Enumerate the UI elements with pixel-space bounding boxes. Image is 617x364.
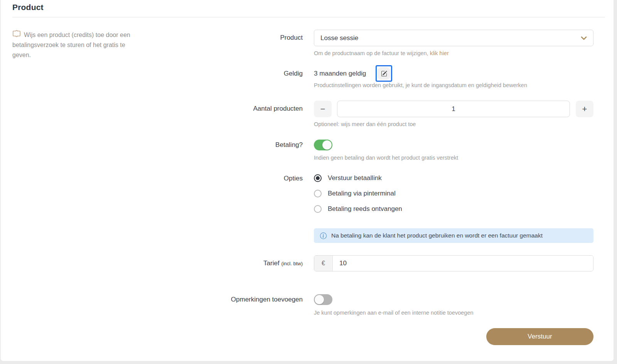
betaling-label: Betaling?: [1, 141, 303, 149]
tarief-label: Tarief (incl. btw): [1, 260, 303, 267]
chevron-down-icon: [581, 36, 587, 40]
radio-icon: [314, 190, 322, 197]
radio-betaling-pinterminal[interactable]: Betaling via pinterminal: [314, 190, 396, 197]
quantity-plus-button[interactable]: +: [576, 101, 593, 117]
toggle-knob: [315, 295, 324, 304]
product-panel: Product Wijs een product (credits) toe d…: [1, 0, 614, 361]
geldig-helper: Productinstellingen worden gebruikt, je …: [314, 82, 527, 88]
opmerkingen-label: Opmerkingen toevoegen: [1, 296, 303, 303]
tarief-label-suffix: (incl. btw): [281, 261, 303, 266]
edit-geldig-button[interactable]: [378, 67, 390, 80]
info-banner-text: Na betaling kan de klant het product geb…: [331, 232, 543, 239]
product-helper: Om de productnaam op de factuur te wijzi…: [314, 50, 449, 56]
klik-hier-link[interactable]: klik hier: [430, 50, 449, 56]
radio-betaling-ontvangen[interactable]: Betaling reeds ontvangen: [314, 205, 402, 213]
radio-label: Betaling via pinterminal: [328, 190, 396, 197]
toggle-knob: [322, 140, 332, 150]
product-select[interactable]: Losse sessie: [314, 30, 593, 46]
tarief-input[interactable]: [333, 256, 593, 271]
product-select-value: Losse sessie: [320, 34, 581, 42]
betaling-helper: Indien geen betaling dan wordt het produ…: [314, 155, 458, 161]
page-title: Product: [12, 3, 44, 12]
betaling-toggle[interactable]: [314, 140, 332, 150]
radio-label: Betaling reeds ontvangen: [328, 205, 402, 213]
radio-icon: [314, 174, 322, 182]
opties-label: Opties: [1, 175, 303, 182]
info-icon: [320, 233, 327, 239]
radio-icon: [314, 205, 322, 213]
radio-verstuur-betaallink[interactable]: Verstuur betaallink: [314, 174, 382, 182]
radio-label: Verstuur betaallink: [328, 174, 382, 182]
quantity-minus-button[interactable]: −: [314, 101, 332, 117]
tarief-input-group: €: [314, 255, 593, 271]
product-label: Product: [1, 34, 303, 42]
aantal-helper: Optioneel: wijs meer dan één product toe: [314, 121, 416, 127]
header-divider: [12, 17, 605, 17]
aantal-label: Aantal producten: [1, 105, 303, 113]
edit-highlight-box: [376, 65, 392, 82]
verstuur-button[interactable]: Verstuur: [486, 328, 593, 345]
opmerkingen-helper: Je kunt opmerkingen aan e-mail of een in…: [314, 310, 474, 316]
opmerkingen-toggle[interactable]: [314, 294, 332, 305]
edit-icon: [381, 71, 387, 77]
currency-prefix: €: [314, 256, 333, 271]
geldig-label: Geldig: [1, 70, 303, 78]
geldig-value: 3 maanden geldig: [314, 70, 366, 78]
quantity-input[interactable]: [337, 101, 570, 117]
info-banner: Na betaling kan de klant het product geb…: [314, 228, 593, 243]
